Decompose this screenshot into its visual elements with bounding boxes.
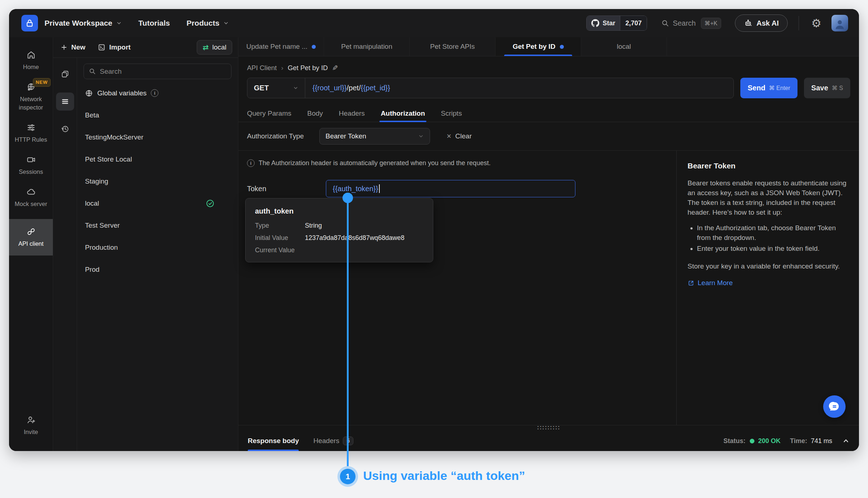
environment-list: Search Global variables i Beta TestingMo… (77, 58, 238, 451)
environment-item[interactable]: Test Server (84, 214, 231, 236)
chevron-up-icon[interactable] (842, 437, 850, 445)
plug-icon (26, 227, 36, 236)
annotation-step-marker: 1 (337, 466, 358, 487)
sidebar-item-http-rules[interactable]: HTTP Rules (9, 117, 53, 149)
tab-get-pet-by-id[interactable]: Get Pet by ID (495, 37, 581, 56)
left-rail: Home NEW Networkinspector HTTP Rules Ses… (9, 37, 53, 451)
import-button[interactable]: Import (98, 43, 131, 51)
environments-icon[interactable] (56, 93, 74, 111)
breadcrumb-root[interactable]: API Client (247, 64, 277, 72)
request-config-tabs: Query Params Body Headers Authorization … (238, 105, 859, 122)
docs-bullets: In the Authorization tab, choose Bearer … (697, 223, 847, 253)
method-select[interactable]: GET (247, 78, 305, 98)
chevron-down-icon (293, 85, 298, 91)
environment-item[interactable]: Production (84, 236, 231, 258)
tab-authorization[interactable]: Authorization (381, 105, 425, 122)
environment-item-active[interactable]: local (84, 192, 231, 214)
global-variables-row[interactable]: Global variables i (84, 82, 231, 104)
tab-response-body[interactable]: Response body (248, 431, 299, 451)
environment-item[interactable]: Staging (84, 170, 231, 192)
tab-body[interactable]: Body (307, 105, 323, 122)
environment-item[interactable]: Prod (84, 258, 231, 280)
authorization-type-row: Authorization Type Bearer Token × Clear (238, 122, 859, 150)
authorization-type-select[interactable]: Bearer Token (319, 128, 430, 145)
ask-ai-button[interactable]: Ask AI (735, 14, 788, 32)
chat-fab-button[interactable] (823, 395, 846, 418)
docs-note: Store your key in a variable for enhance… (688, 261, 847, 271)
cloud-icon (26, 187, 36, 197)
authorization-type-label: Authorization Type (247, 132, 319, 140)
tab-headers[interactable]: Headers (339, 105, 365, 122)
sidebar-item-api-client[interactable]: API client (9, 219, 53, 256)
collections-panel: New Import ⇄ local (53, 37, 238, 451)
send-button[interactable]: Send ⌘ Enter (740, 78, 797, 98)
tab-update-pet-name[interactable]: Update Pet name ... (238, 37, 324, 56)
sidebar-item-mock-server[interactable]: Mock server (9, 181, 53, 214)
time-label: Time: (790, 437, 807, 445)
workspace-switcher[interactable]: Private Workspace (44, 19, 122, 27)
sidebar-item-home[interactable]: Home (9, 44, 53, 77)
search-icon (89, 68, 96, 75)
tab-pet-manipulation[interactable]: Pet manipulation (324, 37, 410, 56)
environment-item[interactable]: TestingMockServer (84, 126, 231, 148)
nav-products[interactable]: Products (187, 19, 229, 27)
environment-item[interactable]: Beta (84, 104, 231, 126)
authorization-content: i The Authorization header is automatica… (238, 151, 859, 425)
gear-icon[interactable]: ⚙ (811, 18, 821, 29)
sidebar-item-invite[interactable]: Invite (9, 409, 53, 442)
send-shortcut: ⌘ Enter (769, 85, 790, 91)
tab-pet-store-apis[interactable]: Pet Store APIs (410, 37, 495, 56)
tab-query-params[interactable]: Query Params (247, 105, 291, 122)
chat-bubble-icon (828, 400, 841, 413)
topbar-right: Star 2,707 Search ⌘+K Ask AI ⚙ (586, 14, 848, 32)
global-search[interactable]: Search ⌘+K (661, 18, 721, 29)
environment-switcher-button[interactable]: ⇄ local (197, 40, 232, 55)
app-logo[interactable] (21, 15, 38, 31)
learn-more-link[interactable]: Learn More (688, 279, 847, 287)
clear-auth-button[interactable]: × Clear (447, 132, 472, 141)
invite-person-icon (26, 415, 36, 425)
chevron-down-icon (116, 20, 122, 26)
save-shortcut: ⌘ S (832, 85, 843, 91)
github-star-button[interactable]: Star 2,707 (586, 16, 647, 31)
tab-scripts[interactable]: Scripts (441, 105, 462, 122)
sidebar-label: Networkinspector (19, 95, 43, 111)
search-shortcut: ⌘+K (701, 18, 721, 29)
app-window: Private Workspace Tutorials Products Sta… (9, 9, 859, 451)
token-input[interactable]: {{auth_token}} (326, 180, 575, 197)
nav-tutorials[interactable]: Tutorials (139, 19, 170, 27)
search-label: Search (673, 19, 695, 27)
environment-search-input[interactable]: Search (84, 64, 231, 79)
check-circle-icon (205, 199, 215, 208)
swap-arrows-icon: ⇄ (203, 43, 209, 52)
status-dot (750, 439, 754, 443)
response-bar: Response body Headers 6 Status: 200 OK T… (238, 431, 859, 451)
ask-ai-label: Ask AI (757, 19, 779, 27)
authorization-info: i The Authorization header is automatica… (247, 159, 668, 167)
environment-item[interactable]: Pet Store Local (84, 148, 231, 170)
home-icon (26, 50, 36, 60)
authorization-form: i The Authorization header is automatica… (238, 151, 676, 425)
sidebar-item-network-inspector[interactable]: NEW Networkinspector (9, 77, 53, 117)
breadcrumb-separator: › (281, 64, 283, 72)
url-input[interactable]: {{root_url}}/pet/{{pet_id}} (305, 78, 733, 98)
annotation-anchor-dot (342, 193, 353, 203)
avatar[interactable] (831, 15, 848, 31)
status-value: 200 OK (758, 437, 780, 445)
collections-icon[interactable] (56, 65, 74, 83)
tab-local[interactable]: local (581, 37, 667, 56)
sidebar-item-sessions[interactable]: Sessions (9, 149, 53, 181)
collections-body: Search Global variables i Beta TestingMo… (53, 58, 238, 451)
topbar-divider (799, 16, 799, 30)
text-caret (379, 184, 380, 193)
edit-pencil-icon[interactable]: ✎ (332, 64, 338, 72)
app-body: Home NEW Networkinspector HTTP Rules Ses… (9, 37, 859, 451)
history-icon[interactable] (56, 120, 74, 138)
search-icon (661, 20, 669, 27)
new-button[interactable]: New (60, 43, 85, 51)
save-button[interactable]: Save ⌘ S (804, 78, 850, 98)
bearer-token-docs: Bearer Token Bearer tokens enable reques… (676, 151, 859, 425)
rail-spacer (9, 256, 53, 409)
token-row: Token {{auth_token}} (247, 180, 668, 197)
panel-resize-handle[interactable]: ::::::::: (238, 425, 859, 431)
